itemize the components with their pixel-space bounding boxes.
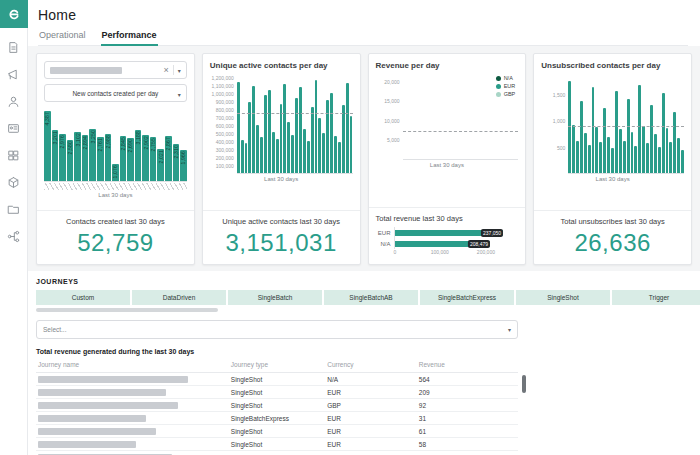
summary-value: 52,759 xyxy=(44,229,187,257)
page-header: Home Operational Performance xyxy=(28,0,700,46)
redacted-journey-name xyxy=(38,376,188,383)
apps-grid-icon[interactable] xyxy=(4,148,24,162)
automation-flow-icon[interactable] xyxy=(4,229,24,243)
table-row[interactable]: SingleShotEUR29 xyxy=(36,451,518,455)
page-title: Home xyxy=(38,7,688,23)
table-row[interactable]: SingleShotN/A564 xyxy=(36,373,518,386)
column-header[interactable]: Journey name xyxy=(36,359,229,373)
table-row[interactable]: SingleShotEUR58 xyxy=(36,438,518,451)
revenue-table: Journey nameJourney typeCurrencyRevenue … xyxy=(36,359,518,455)
metric-select-value: New contacts created per day xyxy=(72,90,158,97)
select-placeholder: Select... xyxy=(43,326,66,333)
vertical-scrollbar-thumb[interactable] xyxy=(522,375,526,393)
metric-cards-row: × ▾ New contacts created per day ▾ 4,387… xyxy=(36,53,692,265)
combobox-divider xyxy=(173,65,174,75)
journey-type-cell[interactable]: DataDriven xyxy=(132,290,226,305)
table-cell: GBP xyxy=(325,399,417,412)
folder-icon[interactable] xyxy=(4,202,24,216)
products-box-icon[interactable] xyxy=(4,175,24,189)
table-cell: EUR xyxy=(325,438,417,451)
card-divider xyxy=(37,210,194,211)
audience-icon[interactable] xyxy=(4,121,24,135)
summary-label: Total revenue last 30 days xyxy=(376,214,519,223)
chevron-down-icon: ▾ xyxy=(178,91,181,98)
table-cell: 31 xyxy=(417,412,518,425)
column-header[interactable]: Currency xyxy=(325,359,417,373)
table-cell: 58 xyxy=(417,438,518,451)
campaigns-icon[interactable] xyxy=(4,67,24,81)
table-cell xyxy=(36,425,229,438)
contacts-icon[interactable] xyxy=(4,94,24,108)
y-axis: 100,000200,000300,000400,000500,000600,0… xyxy=(210,74,237,174)
table-row[interactable]: SingleBatchExpressEUR31 xyxy=(36,412,518,425)
journey-filter-select[interactable]: Select... ▾ xyxy=(36,320,518,339)
total-revenue-bar-chart: EUR237,050N/A208,4790100,000200,000 xyxy=(376,227,519,257)
journey-type-cell[interactable]: SingleBatchExpress xyxy=(420,290,514,305)
chart-caption: Last 30 days xyxy=(210,176,353,182)
redacted-journey-name xyxy=(38,389,166,396)
revenue-per-day-chart: N/A EUR GBP 5,00010,00015,00020,000 xyxy=(376,74,519,160)
redacted-journey-name xyxy=(38,402,178,409)
legend-item: N/A xyxy=(496,75,516,81)
journey-type-cell[interactable]: Custom xyxy=(36,290,130,305)
y-axis: 5,00010,00015,00020,000 xyxy=(376,74,403,160)
table-cell: SingleShot xyxy=(229,386,325,399)
scrollbar-thumb[interactable] xyxy=(36,308,218,312)
account-filter-combobox[interactable]: × ▾ xyxy=(44,61,187,79)
chart-caption: Last 30 days xyxy=(541,176,684,182)
unique-active-contacts-chart: 100,000200,000300,000400,000500,000600,0… xyxy=(210,74,353,174)
card-summary: Total revenue last 30 days EUR237,050N/A… xyxy=(376,203,519,257)
chevron-down-icon[interactable]: ▾ xyxy=(178,67,181,74)
table-row[interactable]: SingleShotEUR209 xyxy=(36,386,518,399)
journeys-section-label: JOURNEYS xyxy=(36,278,700,285)
summary-label: Contacts created last 30 days xyxy=(44,217,187,226)
legend-label: EUR xyxy=(504,83,516,89)
redacted-journey-name xyxy=(38,415,146,422)
summary-label: Unique active contacts last 30 days xyxy=(210,217,353,226)
chart-caption: Last 30 days xyxy=(376,162,519,168)
document-icon[interactable] xyxy=(4,40,24,54)
journey-type-cell[interactable]: SingleBatchAB xyxy=(324,290,418,305)
legend-item: EUR xyxy=(496,83,516,89)
unsubscribed-contacts-chart: 5001,0001,500 xyxy=(541,74,684,174)
unique-active-contacts-card: Unique active contacts per day 100,00020… xyxy=(202,53,361,265)
card-title: Unsubscribed contacts per day xyxy=(541,61,684,70)
table-cell: SingleBatchExpress xyxy=(229,412,325,425)
app-logo[interactable] xyxy=(0,0,28,28)
journey-type-cell[interactable]: SingleBatch xyxy=(228,290,322,305)
table-cell: 564 xyxy=(417,373,518,386)
column-header[interactable]: Journey type xyxy=(229,359,325,373)
table-row[interactable]: SingleShotEUR61 xyxy=(36,425,518,438)
metric-select[interactable]: New contacts created per day ▾ xyxy=(44,84,187,102)
legend-dot-na xyxy=(496,76,501,81)
summary-value: 26,636 xyxy=(541,229,684,257)
card-summary: Contacts created last 30 days 52,759 xyxy=(44,206,187,257)
journey-type-cell[interactable]: Trigger xyxy=(612,290,700,305)
tab-performance[interactable]: Performance xyxy=(101,30,158,46)
table-cell: SingleShot xyxy=(229,373,325,386)
table-cell: EUR xyxy=(325,386,417,399)
table-cell xyxy=(36,451,229,455)
redacted-journey-name xyxy=(38,441,136,448)
clear-icon[interactable]: × xyxy=(163,66,168,75)
table-cell: SingleShot xyxy=(229,438,325,451)
revenue-table-title: Total revenue generated during the last … xyxy=(36,348,700,355)
legend-item: GBP xyxy=(496,91,516,97)
total-revenue-bar: EUR237,050 xyxy=(376,227,519,238)
table-cell: SingleShot xyxy=(229,399,325,412)
horizontal-scrollbar[interactable] xyxy=(36,308,700,312)
unsubscribed-contacts-card: Unsubscribed contacts per day 5001,0001,… xyxy=(533,53,692,265)
table-row[interactable]: SingleShotGBP92 xyxy=(36,399,518,412)
tab-operational[interactable]: Operational xyxy=(38,30,87,45)
contacts-created-card: × ▾ New contacts created per day ▾ 4,387… xyxy=(36,53,195,265)
table-cell: EUR xyxy=(325,451,417,455)
dashboard-content: × ▾ New contacts created per day ▾ 4,387… xyxy=(28,46,700,455)
column-header[interactable]: Revenue xyxy=(417,359,518,373)
table-cell: 61 xyxy=(417,425,518,438)
main-area: Home Operational Performance × ▾ xyxy=(28,0,700,455)
sidebar-nav xyxy=(4,40,24,243)
table-cell xyxy=(36,412,229,425)
table-cell xyxy=(36,438,229,451)
journey-type-cell[interactable]: SingleShot xyxy=(516,290,610,305)
legend-dot-eur xyxy=(496,84,501,89)
